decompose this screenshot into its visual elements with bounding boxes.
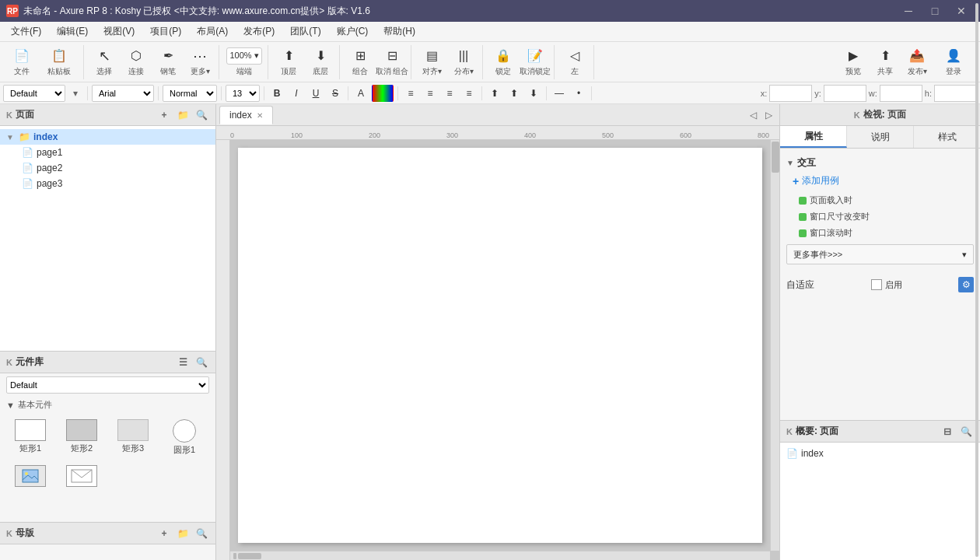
valign-middle-button[interactable]: ⬆ xyxy=(506,85,523,102)
menu-file[interactable]: 文件(F) xyxy=(3,23,49,40)
tab-notes[interactable]: 说明 xyxy=(847,126,914,148)
clipboard-button[interactable]: 📋 粘贴板 xyxy=(38,47,80,78)
align-button[interactable]: ▤ 对齐▾ xyxy=(416,47,447,78)
pages-search-button[interactable]: 🔍 xyxy=(194,107,209,123)
x-field[interactable] xyxy=(769,85,812,102)
adaptive-settings-button[interactable]: ⚙ xyxy=(958,277,974,292)
new-button[interactable]: 📄 文件 xyxy=(6,47,37,78)
ungroup-button[interactable]: ⊟ 取消 组合 xyxy=(376,47,408,78)
tree-item-page3[interactable]: 📄 page3 xyxy=(0,176,215,191)
align-right-button[interactable]: ≡ xyxy=(441,85,458,102)
hscroll-thumb[interactable] xyxy=(238,553,261,559)
more-tools-button[interactable]: ⋯ 更多▾ xyxy=(184,47,215,78)
element-envelope[interactable] xyxy=(58,462,106,492)
y-field[interactable] xyxy=(824,85,866,102)
bullet-button[interactable]: • xyxy=(570,85,587,102)
publish-button[interactable]: 📤 发布▾ xyxy=(901,47,933,78)
menu-team[interactable]: 团队(T) xyxy=(282,23,328,40)
lock-button[interactable]: 🔒 锁定 xyxy=(488,47,519,78)
login-button[interactable]: 👤 登录 xyxy=(933,47,974,78)
adaptive-checkbox[interactable]: 启用 xyxy=(871,279,902,291)
outline-item-index[interactable]: 📄 index xyxy=(786,446,974,461)
element-rect3[interactable]: 矩形3 xyxy=(109,416,157,459)
menu-account[interactable]: 账户(C) xyxy=(329,23,376,40)
font-color-button[interactable]: A xyxy=(352,85,369,102)
canvas-scroll-right[interactable]: ▷ xyxy=(761,107,776,123)
align-center-button[interactable]: ≡ xyxy=(422,85,439,102)
maximize-button[interactable]: □ xyxy=(922,0,947,22)
zoom-display[interactable]: 100% ▾ 端端 xyxy=(224,47,264,78)
element-rect2[interactable]: 矩形2 xyxy=(58,416,106,459)
pages-folder-button[interactable]: 📁 xyxy=(175,107,191,123)
valign-bottom-button[interactable]: ⬇ xyxy=(525,85,542,102)
more-events-button[interactable]: 更多事件>>> ▾ xyxy=(786,244,974,264)
align-justify-button[interactable]: ≡ xyxy=(460,85,478,102)
masters-folder-button[interactable]: 📁 xyxy=(175,526,191,541)
menu-publish[interactable]: 发布(P) xyxy=(236,23,282,40)
menu-project[interactable]: 项目(P) xyxy=(142,23,189,40)
strikethrough-button[interactable]: S xyxy=(327,85,344,102)
group-button[interactable]: ⊞ 组合 xyxy=(345,47,376,78)
select-button[interactable]: ↖ 选择 xyxy=(89,47,120,78)
line-button[interactable]: — xyxy=(551,85,568,102)
canvas[interactable] xyxy=(230,140,779,560)
event-page-load[interactable]: 页面载入时 xyxy=(786,192,974,208)
elements-menu-button[interactable]: ☰ xyxy=(175,355,191,370)
element-img[interactable] xyxy=(6,462,54,492)
bold-button[interactable]: B xyxy=(268,85,285,102)
masters-search-button[interactable]: 🔍 xyxy=(194,526,209,541)
h-field[interactable] xyxy=(934,85,977,102)
masters-add-button[interactable]: + xyxy=(156,526,172,541)
outline-search-button[interactable]: 🔍 xyxy=(958,424,974,439)
add-interaction-button[interactable]: + 添加用例 xyxy=(786,173,974,192)
canvas-scroll-left[interactable]: ◁ xyxy=(745,107,761,123)
canvas-hscrollbar[interactable] xyxy=(230,551,770,560)
tree-item-page2[interactable]: 📄 page2 xyxy=(0,160,215,176)
pen-button[interactable]: ✒ 钢笔 xyxy=(152,47,184,78)
menu-layout[interactable]: 布局(A) xyxy=(189,23,236,40)
menu-edit[interactable]: 编辑(E) xyxy=(49,23,96,40)
size-select[interactable]: 13 xyxy=(226,85,260,102)
menu-help[interactable]: 帮助(H) xyxy=(376,23,423,40)
elements-library-select[interactable]: Default xyxy=(6,376,209,394)
valign-top-button[interactable]: ⬆ xyxy=(486,85,503,102)
minimize-button[interactable]: ─ xyxy=(896,0,921,22)
tree-item-page1[interactable]: 📄 page1 xyxy=(0,145,215,160)
bg-color-button[interactable] xyxy=(372,85,394,102)
connect-button[interactable]: ⬡ 连接 xyxy=(121,47,152,78)
collapse-button[interactable]: ▼ xyxy=(786,159,794,167)
vscroll-thumb[interactable] xyxy=(772,142,779,173)
event-resize[interactable]: 窗口尺寸改变时 xyxy=(786,208,974,225)
elements-scrollbar[interactable] xyxy=(975,3,978,557)
element-rect1[interactable]: 矩形1 xyxy=(6,416,54,459)
align-left-button[interactable]: ≡ xyxy=(402,85,419,102)
menu-view[interactable]: 视图(V) xyxy=(96,23,142,40)
tab-properties[interactable]: 属性 xyxy=(780,126,847,148)
close-button[interactable]: ✕ xyxy=(949,0,974,22)
unlock-button[interactable]: 📝 取消锁定 xyxy=(520,47,551,78)
elements-search-button[interactable]: 🔍 xyxy=(194,355,209,370)
preview-button[interactable]: ▶ 预览 xyxy=(838,47,869,78)
tab-style[interactable]: 样式 xyxy=(914,126,980,148)
style-select[interactable]: Default xyxy=(3,85,65,102)
bottom-layer-button[interactable]: ⬇ 底层 xyxy=(305,47,336,78)
event-scroll[interactable]: 窗口滚动时 xyxy=(786,225,974,241)
tab-close-icon[interactable]: ✕ xyxy=(257,111,263,120)
left-direction-button[interactable]: ◁ 左 xyxy=(559,47,590,78)
w-field[interactable] xyxy=(880,85,922,102)
enable-checkbox[interactable] xyxy=(871,279,882,290)
tab-index[interactable]: index ✕ xyxy=(219,106,273,124)
font-select[interactable]: Arial xyxy=(92,85,154,102)
style-expand-button[interactable]: ▾ xyxy=(68,86,83,101)
top-layer-button[interactable]: ⬆ 顶层 xyxy=(273,47,304,78)
pages-add-button[interactable]: + xyxy=(156,107,172,123)
tree-item-index[interactable]: ▼ 📁 index xyxy=(0,129,215,145)
canvas-vscrollbar[interactable] xyxy=(770,140,779,551)
weight-select[interactable]: Normal xyxy=(163,85,217,102)
element-circle1[interactable]: 圆形1 xyxy=(160,416,208,459)
underline-button[interactable]: U xyxy=(307,85,324,102)
italic-button[interactable]: I xyxy=(288,85,305,102)
distribute-button[interactable]: ||| 分布▾ xyxy=(448,47,479,78)
outline-filter-button[interactable]: ⊟ xyxy=(940,424,955,439)
share-button[interactable]: ⬆ 共享 xyxy=(870,47,901,78)
